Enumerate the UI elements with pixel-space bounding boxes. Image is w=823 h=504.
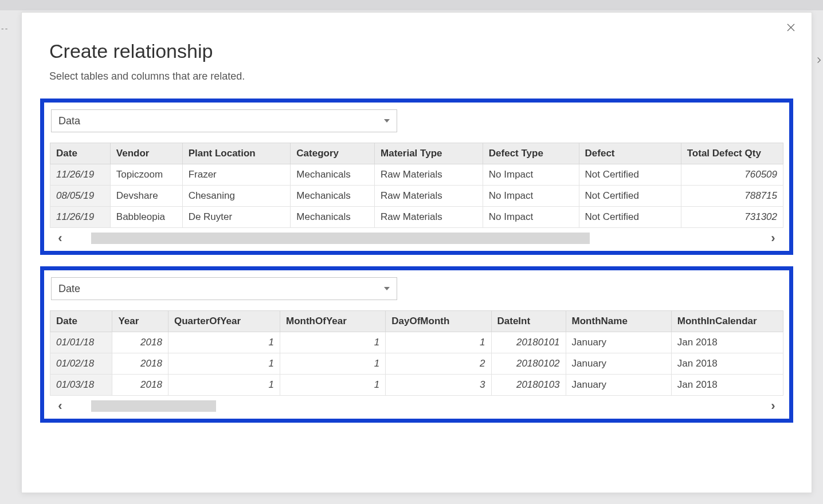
scroll-thumb[interactable] (91, 233, 590, 244)
table-row[interactable]: 11/26/19BabbleopiaDe RuyterMechanicalsRa… (50, 207, 783, 228)
column-header[interactable]: Defect Type (483, 143, 579, 164)
column-header[interactable]: MonthOfYear (280, 311, 386, 332)
scroll-right-button[interactable]: › (763, 231, 783, 246)
table-cell: 2 (386, 353, 491, 375)
table-cell: 20180102 (491, 353, 566, 375)
table-cell: Jan 2018 (671, 332, 783, 353)
table-cell: 1 (280, 353, 386, 375)
table-select-value: Data (58, 115, 80, 127)
column-header[interactable]: Date (50, 311, 112, 332)
background-fragment-left: -- (0, 24, 9, 33)
table-select-value: Date (58, 283, 80, 295)
table-cell: Raw Materials (375, 186, 483, 207)
table-cell: Frazer (182, 164, 291, 186)
table-cell: Jan 2018 (671, 375, 783, 396)
table-cell: No Impact (483, 207, 579, 228)
panels-host: DataDateVendorPlant LocationCategoryMate… (22, 99, 812, 423)
table-cell: De Ruyter (182, 207, 291, 228)
table-cell: 01/02/18 (50, 353, 112, 375)
table-cell: 20180101 (491, 332, 566, 353)
table-cell: 731302 (681, 207, 783, 228)
dialog-subtitle: Select tables and columns that are relat… (49, 70, 812, 82)
table-cell: Babbleopia (110, 207, 182, 228)
column-header[interactable]: Year (112, 311, 168, 332)
chevron-right-icon: › (771, 231, 775, 246)
column-header[interactable]: Material Type (375, 143, 483, 164)
table-row[interactable]: 01/03/18201811320180103JanuaryJan 2018 (50, 375, 783, 396)
column-header[interactable]: DayOfMonth (386, 311, 491, 332)
table-cell: January (566, 375, 671, 396)
table-cell: 760509 (681, 164, 783, 186)
table-cell: Mechanicals (291, 207, 375, 228)
table-cell: Not Certified (579, 186, 681, 207)
app-backdrop (0, 0, 823, 10)
table-cell: 1 (168, 375, 280, 396)
table-cell: Raw Materials (375, 207, 483, 228)
table-cell: 788715 (681, 186, 783, 207)
preview-table: DateVendorPlant LocationCategoryMaterial… (50, 143, 783, 228)
table-cell: Mechanicals (291, 164, 375, 186)
column-header[interactable]: MonthInCalendar (671, 311, 783, 332)
table-cell: January (566, 353, 671, 375)
column-header[interactable]: MonthName (566, 311, 671, 332)
table-cell: No Impact (483, 164, 579, 186)
column-header[interactable]: Category (291, 143, 375, 164)
table-cell: Not Certified (579, 207, 681, 228)
table-cell: 1 (168, 332, 280, 353)
column-header[interactable]: Vendor (110, 143, 182, 164)
column-header[interactable]: DateInt (491, 311, 566, 332)
table-row[interactable]: 01/02/18201811220180102JanuaryJan 2018 (50, 353, 783, 375)
table-panel: DateDateYearQuarterOfYearMonthOfYearDayO… (40, 266, 793, 423)
scroll-left-button[interactable]: ‹ (50, 231, 70, 246)
chevron-down-icon (384, 287, 390, 290)
table-cell: Devshare (110, 186, 182, 207)
table-header-row: DateVendorPlant LocationCategoryMaterial… (50, 143, 783, 164)
column-header[interactable]: Plant Location (182, 143, 291, 164)
chevron-right-icon: › (771, 399, 775, 414)
table-cell: 01/03/18 (50, 375, 112, 396)
table-cell: 20180103 (491, 375, 566, 396)
table-cell: 11/26/19 (50, 207, 111, 228)
table-cell: 01/01/18 (50, 332, 112, 353)
table-select-dropdown[interactable]: Data (51, 109, 397, 132)
chevron-left-icon: ‹ (58, 231, 62, 246)
table-cell: 1 (280, 375, 386, 396)
table-cell: 1 (280, 332, 386, 353)
table-row[interactable]: 01/01/18201811120180101JanuaryJan 2018 (50, 332, 783, 353)
table-row[interactable]: 11/26/19TopiczoomFrazerMechanicalsRaw Ma… (50, 164, 783, 186)
table-cell: January (566, 332, 671, 353)
create-relationship-dialog: Create relationship Select tables and co… (21, 12, 812, 493)
column-header[interactable]: Defect (579, 143, 681, 164)
table-cell: Chesaning (182, 186, 291, 207)
table-select-dropdown[interactable]: Date (51, 277, 397, 300)
preview-table: DateYearQuarterOfYearMonthOfYearDayOfMon… (50, 310, 783, 396)
table-panel: DataDateVendorPlant LocationCategoryMate… (40, 99, 793, 255)
scroll-track[interactable] (70, 233, 763, 244)
table-cell: Mechanicals (291, 186, 375, 207)
table-cell: 11/26/19 (50, 164, 111, 186)
table-cell: 1 (386, 332, 491, 353)
close-button[interactable] (783, 21, 799, 37)
background-chevron-right (815, 52, 823, 69)
close-icon (786, 22, 796, 35)
column-header[interactable]: Date (50, 143, 111, 164)
scroll-left-button[interactable]: ‹ (50, 399, 70, 414)
table-cell: No Impact (483, 186, 579, 207)
horizontal-scrollbar: ‹› (50, 397, 783, 415)
horizontal-scrollbar: ‹› (50, 229, 783, 247)
chevron-left-icon: ‹ (58, 399, 62, 414)
scroll-thumb[interactable] (91, 400, 215, 412)
table-cell: 2018 (112, 353, 168, 375)
table-row[interactable]: 08/05/19DevshareChesaningMechanicalsRaw … (50, 186, 783, 207)
table-cell: 2018 (112, 332, 168, 353)
table-header-row: DateYearQuarterOfYearMonthOfYearDayOfMon… (50, 311, 783, 332)
scroll-right-button[interactable]: › (763, 399, 783, 414)
scroll-track[interactable] (70, 400, 763, 412)
chevron-down-icon (384, 119, 390, 123)
column-header[interactable]: QuarterOfYear (168, 311, 280, 332)
table-cell: Topiczoom (110, 164, 182, 186)
column-header[interactable]: Total Defect Qty (681, 143, 783, 164)
table-cell: 2018 (112, 375, 168, 396)
table-cell: 1 (168, 353, 280, 375)
table-cell: Not Certified (579, 164, 681, 186)
